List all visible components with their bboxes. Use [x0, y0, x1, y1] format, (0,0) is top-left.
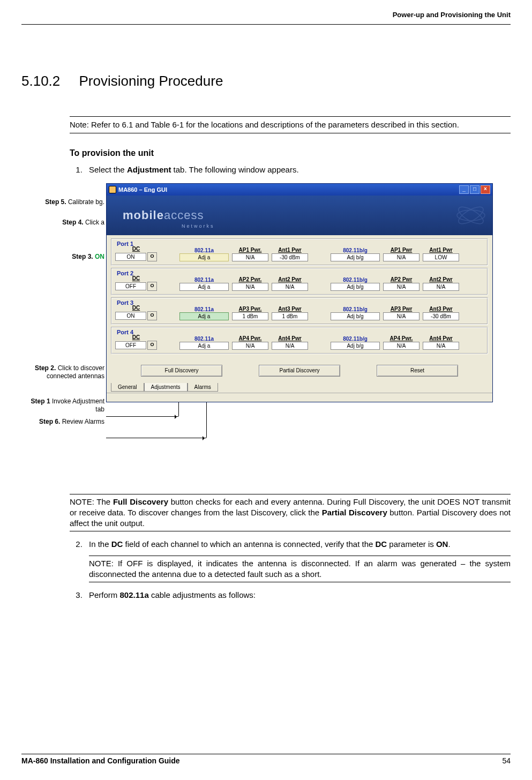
ap-pwr-b-field: AP1 Pwr N/A	[383, 247, 419, 261]
port-group-4: Port 4 DC OFF O 802.11a Adj a AP4 Pwr. N…	[111, 327, 488, 354]
adj-a-button[interactable]: Adj a	[179, 253, 229, 261]
procedure-list: Select the Adjustment tab. The following…	[70, 164, 511, 175]
tab-adjustments[interactable]: Adjustments	[144, 383, 188, 392]
note-full-discovery: NOTE: The Full Discovery button checks f…	[70, 494, 511, 532]
dc-field: DC OFF O	[115, 334, 157, 350]
footer-page-number: 54	[502, 756, 511, 765]
ap-pwr-a-value: N/A	[232, 253, 268, 261]
tab-general[interactable]: General	[111, 383, 144, 392]
ant-pwr-a-value: N/A	[272, 342, 308, 350]
proto-b-field: 802.11b/g Adj b/g	[331, 306, 380, 320]
port-row: DC OFF O 802.11a Adj a AP2 Pwr. N/A Ant2	[115, 275, 484, 291]
adj-a-button[interactable]: Adj a	[179, 342, 229, 350]
port-group-3: Port 3 DC ON O 802.11a Adj a AP3 Pwr. 1 …	[111, 297, 488, 325]
ap-pwr-a-field: AP3 Pwr. 1 dBm	[232, 306, 268, 320]
dc-label: DC	[132, 305, 140, 311]
adj-bg-button[interactable]: Adj b/g	[331, 283, 380, 291]
ant-pwr-b-value: N/A	[423, 283, 459, 291]
section-heading: 5.10.2 Provisioning Procedure	[21, 73, 511, 89]
port-row: DC ON O 802.11a Adj a AP3 Pwr. 1 dBm Ant…	[115, 305, 484, 320]
procedure-step-1: Select the Adjustment tab. The following…	[85, 164, 511, 175]
proto-a-label: 802.11a	[179, 336, 229, 342]
ap-pwr-b-value: N/A	[383, 312, 419, 320]
proto-a-label: 802.11a	[179, 248, 229, 253]
proto-b-field: 802.11b/g Adj b/g	[331, 336, 380, 350]
dc-field: DC ON O	[115, 246, 157, 261]
ap-pwr-b-field: AP2 Pwr N/A	[383, 276, 419, 291]
dc-label: DC	[132, 275, 140, 281]
footer-title: MA-860 Installation and Configuration Gu…	[21, 756, 180, 765]
tab-alarms[interactable]: Alarms	[188, 383, 218, 392]
adj-bg-button[interactable]: Adj b/g	[331, 253, 380, 261]
adj-a-button[interactable]: Adj a	[179, 312, 229, 320]
arrow-step1-h	[106, 416, 178, 417]
ant-pwr-a-value: 1 dBm	[272, 312, 308, 320]
ant-pwr-b-value: N/A	[423, 342, 459, 350]
ant-pwr-b-value: -30 dBm	[423, 312, 459, 320]
header-rule	[21, 24, 511, 25]
dc-label: DC	[132, 334, 140, 340]
titlebar-left: MA860 – Eng GUI	[109, 186, 167, 193]
partial-discovery-button[interactable]: Partial Discovery	[259, 365, 340, 377]
ap-pwr-a-field: AP4 Pwr. N/A	[232, 335, 268, 350]
callout-step2: Step 2. Click to discover connected ante…	[21, 364, 104, 380]
ant-pwr-a-field: Ant2 Pwr N/A	[272, 276, 308, 291]
proto-a-label: 802.11a	[179, 277, 229, 283]
ant-pwr-b-value: LOW	[423, 253, 459, 261]
arrow-step6-v	[206, 398, 207, 438]
titlebar-buttons: _ □ ×	[459, 185, 490, 194]
adj-bg-button[interactable]: Adj b/g	[331, 342, 380, 350]
port-group-2: Port 2 DC OFF O 802.11a Adj a AP2 Pwr. N…	[111, 268, 488, 295]
proto-a-field: 802.11a Adj a	[179, 277, 229, 291]
figure-adjustment-window: Step 5. Calibrate bg. Step 4. Click a St…	[21, 183, 511, 472]
banner: mobileaccess Networks	[107, 196, 492, 235]
ant-pwr-a-field: Ant1 Pwr -30 dBm	[272, 247, 308, 261]
note-off-displayed: NOTE: If OFF is displayed, it indicates …	[89, 556, 511, 583]
app-window: MA860 – Eng GUI _ □ × mobileaccess Netwo…	[106, 183, 493, 402]
callout-step5: Step 5. Calibrate bg.	[21, 198, 104, 206]
procedure-list-cont: In the DC field of each channel to which…	[70, 539, 511, 601]
adj-a-button[interactable]: Adj a	[179, 283, 229, 291]
proto-b-field: 802.11b/g Adj b/g	[331, 277, 380, 291]
dc-toggle-button[interactable]: O	[147, 282, 157, 291]
minimize-button[interactable]: _	[459, 185, 469, 194]
banner-wave-icon	[407, 202, 487, 229]
maximize-button[interactable]: □	[470, 185, 479, 194]
close-button[interactable]: ×	[481, 185, 490, 194]
ant-pwr-a-value: -30 dBm	[272, 253, 308, 261]
proto-a-field: 802.11a Adj a	[179, 306, 229, 320]
ap-pwr-b-field: AP4 Pwr. N/A	[383, 335, 419, 350]
window-title: MA860 – Eng GUI	[118, 186, 167, 193]
proto-a-field: 802.11a Adj a	[179, 248, 229, 261]
port-group-1: Port 1 DC ON O 802.11a Adj a AP1 Pwr. N/…	[111, 238, 488, 266]
proto-b-field: 802.11b/g Adj b/g	[331, 248, 380, 261]
ap-pwr-a-value: N/A	[232, 283, 268, 291]
dc-toggle-button[interactable]: O	[147, 311, 157, 320]
full-discovery-button[interactable]: Full Discovery	[141, 365, 222, 377]
dc-label: DC	[132, 246, 140, 252]
dc-value: ON	[115, 253, 146, 261]
callout-step4: Step 4. Click a	[21, 219, 104, 227]
dc-toggle-button[interactable]: O	[147, 341, 157, 350]
adj-bg-button[interactable]: Adj b/g	[331, 312, 380, 320]
ap-pwr-a-value: N/A	[232, 342, 268, 350]
status-bar	[107, 393, 492, 402]
proto-b-label: 802.11b/g	[331, 277, 380, 283]
proto-b-label: 802.11b/g	[331, 248, 380, 253]
proto-b-label: 802.11b/g	[331, 336, 380, 342]
reset-button[interactable]: Reset	[377, 365, 458, 377]
ap-pwr-a-field: AP2 Pwr. N/A	[232, 276, 268, 291]
dc-field: DC OFF O	[115, 275, 157, 291]
dc-value: OFF	[115, 282, 146, 290]
ant-pwr-a-field: Ant4 Pwr N/A	[272, 335, 308, 350]
titlebar: MA860 – Eng GUI _ □ ×	[107, 184, 492, 196]
dc-field: DC ON O	[115, 305, 157, 320]
ap-pwr-b-value: N/A	[383, 283, 419, 291]
section-number: 5.10.2	[21, 73, 60, 89]
ant-pwr-b-field: Ant2 Pwr N/A	[423, 276, 459, 291]
to-provision-heading: To provision the unit	[70, 148, 511, 158]
ap-pwr-a-field: AP1 Pwr. N/A	[232, 247, 268, 261]
ap-pwr-b-value: N/A	[383, 253, 419, 261]
note-refer: Note: Refer to 6.1 and Table 6-1 for the…	[70, 116, 511, 133]
dc-toggle-button[interactable]: O	[147, 252, 157, 261]
